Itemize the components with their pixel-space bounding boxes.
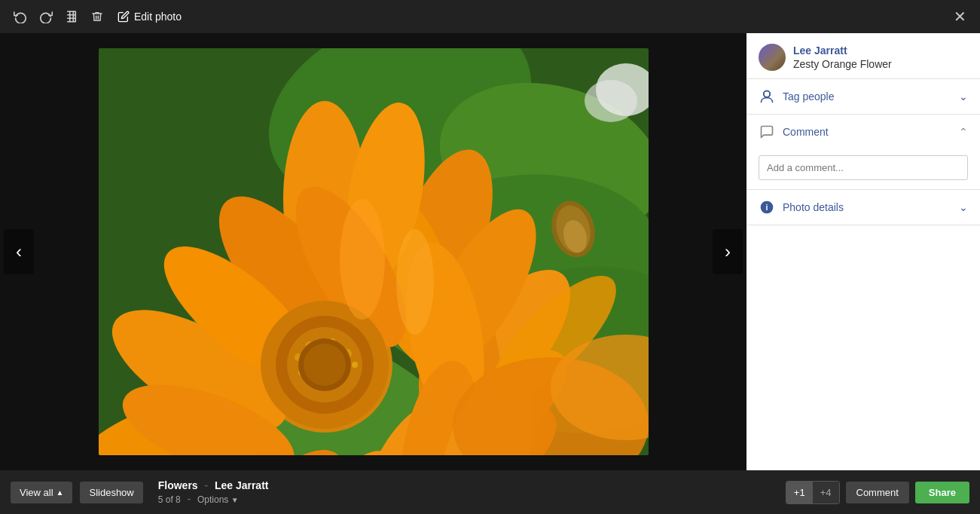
view-all-label: View all xyxy=(20,487,53,498)
photo-details-section: i Photo details ⌄ xyxy=(746,190,980,225)
slideshow-label: Slideshow xyxy=(89,487,133,498)
photo-count: 5 of 8 xyxy=(158,494,181,505)
options-link[interactable]: Options ▼ xyxy=(197,494,239,505)
right-actions: +1 +4 Comment Share xyxy=(786,481,969,504)
comment-input-area xyxy=(746,149,980,189)
svg-point-62 xyxy=(340,199,385,320)
svg-point-55 xyxy=(304,344,346,386)
photo-area: ‹ xyxy=(0,33,746,470)
photo-title: Zesty Orange Flower xyxy=(793,58,892,70)
plus-one-count-button[interactable]: +4 xyxy=(813,482,839,503)
slideshow-button[interactable]: Slideshow xyxy=(80,482,142,503)
svg-text:i: i xyxy=(765,203,768,212)
close-icon: ✕ xyxy=(954,8,966,26)
view-all-chevron-icon: ▲ xyxy=(56,488,64,497)
album-info: Flowers - Lee Jarratt 5 of 8 - Options ▼ xyxy=(158,479,269,506)
comment-icon xyxy=(759,124,775,140)
adjust-button[interactable] xyxy=(59,4,84,29)
view-all-button[interactable]: View all ▲ xyxy=(11,482,72,503)
avatar-image xyxy=(759,44,786,71)
photo-details-toggle[interactable]: i Photo details ⌄ xyxy=(746,190,980,225)
photo-info-header: Lee Jarratt Zesty Orange Flower xyxy=(746,33,980,79)
edit-photo-label: Edit photo xyxy=(134,11,182,23)
svg-point-53 xyxy=(352,362,358,368)
plus-one-button[interactable]: +1 xyxy=(786,482,813,503)
info-icon: i xyxy=(759,199,775,216)
tag-people-toggle[interactable]: Tag people ⌄ xyxy=(746,79,980,114)
tag-people-label: Tag people xyxy=(783,90,835,102)
photo-details-label: Photo details xyxy=(783,201,844,213)
bottom-bar: View all ▲ Slideshow Flowers - Lee Jarra… xyxy=(0,470,980,514)
comment-chevron: ⌃ xyxy=(959,126,968,138)
prev-photo-button[interactable]: ‹ xyxy=(4,229,34,274)
comment-button[interactable]: Comment xyxy=(846,482,909,503)
delete-button[interactable] xyxy=(84,4,110,29)
comment-input[interactable] xyxy=(759,155,968,180)
album-owner: Lee Jarratt xyxy=(215,479,269,491)
comment-toggle[interactable]: Comment ⌃ xyxy=(746,115,980,149)
photo-display xyxy=(99,48,649,455)
svg-point-65 xyxy=(764,91,770,97)
edit-photo-button[interactable]: Edit photo xyxy=(110,7,189,26)
tag-people-section: Tag people ⌄ xyxy=(746,79,980,115)
share-button[interactable]: Share xyxy=(915,482,969,503)
sidebar: Lee Jarratt Zesty Orange Flower Tag peop… xyxy=(746,33,980,470)
close-button[interactable]: ✕ xyxy=(947,4,972,29)
toolbar: Edit photo ✕ xyxy=(0,0,980,33)
svg-point-14 xyxy=(585,80,637,122)
separator-1: - xyxy=(204,479,212,491)
undo-button[interactable] xyxy=(8,4,33,29)
tag-people-chevron: ⌄ xyxy=(959,90,968,102)
photo-details-chevron: ⌄ xyxy=(959,201,968,213)
album-name: Flowers xyxy=(158,479,198,491)
photo-meta: Lee Jarratt Zesty Orange Flower xyxy=(793,44,892,70)
next-photo-button[interactable]: › xyxy=(713,229,743,274)
svg-point-63 xyxy=(396,229,434,335)
avatar xyxy=(759,44,786,71)
tag-people-icon xyxy=(759,88,775,105)
options-chevron-icon: ▼ xyxy=(231,496,239,504)
comment-section-label: Comment xyxy=(783,126,829,138)
redo-button[interactable] xyxy=(33,4,59,29)
plus-one-widget: +1 +4 xyxy=(786,481,840,504)
separator-2: - xyxy=(187,492,194,505)
main-content: ‹ xyxy=(0,33,980,470)
comment-section: Comment ⌃ xyxy=(746,115,980,190)
photo-owner: Lee Jarratt xyxy=(793,44,892,57)
